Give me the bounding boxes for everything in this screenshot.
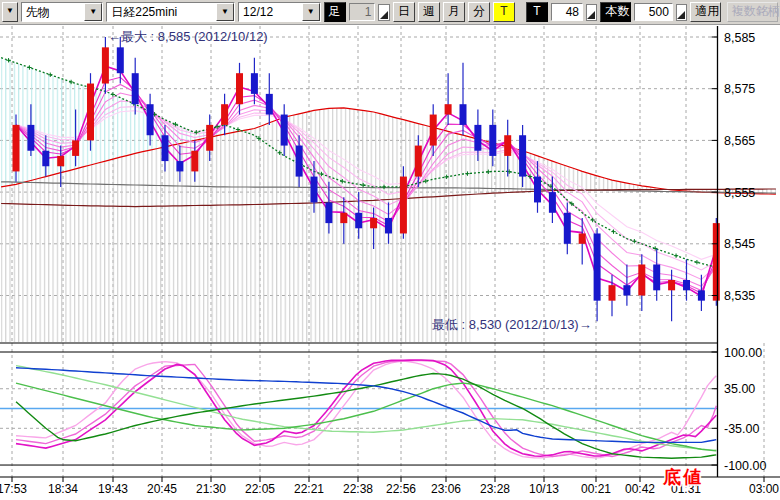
time-axis-label: 23:06 [431, 482, 461, 496]
price-axis-label: 8,565 [724, 134, 755, 148]
timeframe-month-button[interactable]: 月 [443, 2, 465, 22]
candle-up [206, 125, 213, 151]
candle-down [474, 125, 481, 151]
price-chart-canvas[interactable]: 8,5858,5758,5658,5558,5458,535100.0035.0… [0, 25, 780, 500]
candle-down [325, 202, 332, 223]
contract-month-combobox[interactable]: 12/12 ▼ [238, 2, 321, 22]
lower-axis-label: 100.00 [724, 346, 762, 360]
bars-count-input[interactable]: 48 [551, 3, 583, 21]
timeframe-week-button[interactable]: 週 [418, 2, 440, 22]
candle-up [72, 140, 79, 156]
candle-down [27, 125, 34, 151]
candle-down [296, 146, 303, 177]
interval-input[interactable]: 1 [349, 3, 376, 21]
load-count-spinner-icon[interactable] [676, 4, 687, 21]
contract-month-value: 12/12 [239, 3, 302, 21]
candle-up [191, 151, 198, 172]
candle-down [698, 290, 705, 300]
interval-spinner-icon[interactable] [378, 4, 389, 21]
candle-up [102, 47, 109, 83]
candle-down [311, 177, 318, 203]
edge-combo-dropdown-arrow-icon[interactable]: ▼ [2, 2, 18, 22]
price-axis-label: 8,535 [724, 289, 755, 303]
time-axis-label: 03:00 [749, 482, 779, 496]
price-axis-label: 8,555 [724, 186, 755, 200]
min-price-annotation: 最低 : 8,530 (2012/10/13)→ [432, 317, 592, 332]
candle-down [132, 73, 139, 104]
multi-symbol-button-disabled: 複数銘柄 [727, 2, 778, 22]
candle-up [87, 84, 94, 141]
bottom-signal-label: 底値 [662, 467, 703, 487]
dropdown-arrow-icon[interactable]: ▼ [216, 3, 234, 21]
candle-down [489, 125, 496, 156]
candle-down [549, 192, 556, 213]
lower-axis-label: -100.00 [724, 459, 766, 473]
time-axis-label: 22:21 [294, 482, 324, 496]
toolbar: ▼ 先物 ▼ 日経225mini ▼ 12/12 ▼ 足 1 日 週 月 分 T… [0, 0, 780, 25]
bars-count-spinner-icon[interactable] [586, 4, 597, 21]
candle-up [609, 285, 616, 301]
timeframe-minute-button[interactable]: 分 [468, 2, 490, 22]
candle-down [266, 94, 273, 115]
price-axis-label: 8,585 [724, 31, 755, 45]
apply-button[interactable]: 適用 [690, 2, 721, 22]
dropdown-arrow-icon[interactable]: ▼ [84, 3, 102, 21]
chart-area[interactable]: 8,5858,5758,5658,5558,5458,535100.0035.0… [0, 25, 780, 500]
candle-down [623, 285, 630, 295]
candle-down [594, 233, 601, 300]
candle-up [400, 177, 407, 234]
candle-down [281, 115, 288, 146]
time-axis-label: 22:56 [386, 482, 416, 496]
candle-up [415, 146, 422, 177]
candle-up [504, 135, 511, 156]
candle-up [340, 213, 347, 223]
ashi-mode-button[interactable]: 足 [324, 2, 346, 22]
candle-down [385, 218, 392, 234]
candle-down [251, 73, 258, 94]
time-axis-label: 00:21 [581, 482, 611, 496]
candle-down [534, 177, 541, 203]
candle-down [683, 280, 690, 290]
time-axis-label: 22:05 [245, 482, 275, 496]
time-axis-label: 18:34 [48, 482, 78, 496]
candle-up [445, 104, 452, 114]
lower-axis-label: -35.00 [724, 422, 759, 436]
time-axis-label: 10/13 [529, 482, 559, 496]
tick-mode-button[interactable]: T [526, 2, 548, 22]
candle-up [57, 156, 64, 166]
candle-down [162, 135, 169, 161]
candle-down [147, 104, 154, 135]
time-axis-label: 00:42 [625, 482, 655, 496]
candle-up [236, 73, 243, 104]
time-axis-label: 19:43 [98, 482, 128, 496]
candle-up [579, 233, 586, 243]
candle-down [653, 264, 660, 290]
dropdown-arrow-icon[interactable]: ▼ [302, 3, 320, 21]
bars-label-button[interactable]: 本数 [600, 2, 631, 22]
candle-down [355, 213, 362, 229]
time-axis-label: 20:45 [147, 482, 177, 496]
price-axis-label: 8,545 [724, 237, 755, 251]
category-combobox[interactable]: 先物 ▼ [21, 2, 104, 22]
candle-down [460, 104, 467, 125]
time-axis-label: 22:38 [343, 482, 373, 496]
candle-up [668, 280, 675, 290]
max-price-annotation: ←最大 : 8,585 (2012/10/12) [108, 29, 268, 44]
chart-app-window: { "toolbar":{ "edge_combo_arrow":"▼", "c… [0, 0, 780, 500]
load-count-input[interactable]: 500 [634, 3, 673, 21]
candle-down [519, 135, 526, 176]
candle-up [713, 223, 720, 301]
candle-down [564, 213, 571, 244]
symbol-value: 日経225mini [107, 3, 216, 21]
candle-up [370, 218, 377, 228]
timeframe-tick-button-active[interactable]: T [493, 2, 515, 22]
candle-up [221, 104, 228, 125]
candle-up [13, 125, 20, 172]
time-axis-label: 21:30 [196, 482, 226, 496]
price-axis-label: 8,575 [724, 82, 755, 96]
symbol-combobox[interactable]: 日経225mini ▼ [106, 2, 235, 22]
category-value: 先物 [22, 3, 85, 21]
candle-up [430, 115, 437, 146]
timeframe-day-button[interactable]: 日 [393, 2, 415, 22]
candle-down [42, 151, 49, 167]
